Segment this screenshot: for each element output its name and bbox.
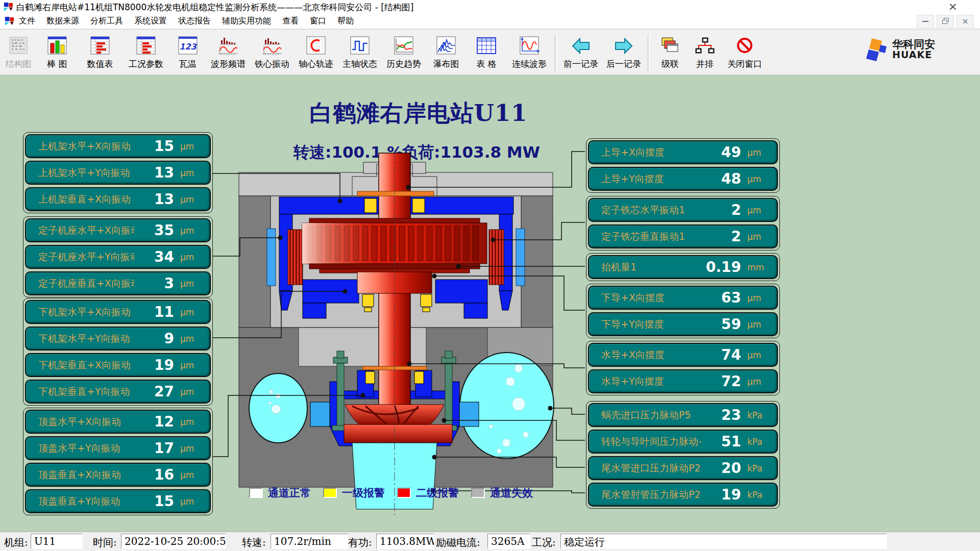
main-shaft — [379, 153, 410, 439]
core-vibration-icon — [261, 34, 283, 58]
toolbar-button-data-table[interactable]: 表 格 — [467, 34, 506, 70]
toolbar-button-shaft-orbit[interactable]: 轴心轨迹 — [294, 34, 338, 70]
measurement-box[interactable]: 顶盖垂直+Y向振动15μm — [25, 489, 211, 513]
measurement-value: 48 — [701, 170, 741, 187]
toolbar-button-shaft-status[interactable]: 主轴状态 — [338, 34, 382, 70]
measurement-box[interactable]: 顶盖水平+X向振动12μm — [25, 410, 211, 434]
toolbar-button-waveform-spectrum[interactable]: 波形频谱 — [206, 34, 250, 70]
toolbar-button-cascade-windows[interactable]: 级联 — [652, 34, 688, 70]
window-close-icon[interactable]: × — [948, 0, 958, 13]
menu-data-source[interactable]: 数据来源 — [46, 16, 79, 27]
excitation-current-label: 励磁电流: — [436, 536, 480, 549]
menu-window[interactable]: 窗口 — [310, 16, 326, 27]
toolbar-label: 瓦温 — [179, 58, 197, 70]
toolbar-button-previous-record[interactable]: 前一记录 — [559, 34, 602, 70]
measurement-label: 下机架水平+X向振动 — [38, 306, 134, 319]
next-record-icon — [612, 34, 635, 58]
sensor-connector-lines — [212, 152, 585, 493]
measurement-box[interactable]: 下导+Y向摆度59μm — [588, 312, 778, 336]
measurement-label: 定子机座水平+X向振动 — [38, 224, 134, 237]
restore-icon[interactable] — [937, 15, 954, 28]
measurement-value: 20 — [701, 460, 741, 477]
toolbar-button-next-record[interactable]: 后一记录 — [602, 34, 645, 70]
generator-section — [239, 162, 553, 328]
minimize-icon[interactable] — [917, 15, 934, 28]
measurement-box[interactable]: 水导+X向摆度74μm — [588, 343, 778, 367]
measurement-unit: μm — [174, 279, 204, 289]
toolbar-button-numeric-table[interactable]: 数值表 — [78, 34, 122, 70]
toolbar-button-condition-params[interactable]: 工况参数 — [122, 34, 169, 70]
measurement-box[interactable]: 上机架水平+X向振动15μm — [25, 134, 211, 158]
measurement-box[interactable]: 下机架垂直+Y向振动27μm — [25, 380, 211, 404]
measurement-label: 下导+X向摆度 — [601, 291, 701, 305]
unit-value: U11 — [31, 534, 83, 549]
toolbar-label: 棒 图 — [47, 58, 67, 70]
measurement-box[interactable]: 顶盖垂直+X向振动16μm — [25, 463, 211, 487]
measurement-unit: μm — [741, 293, 771, 303]
measurement-box[interactable]: 尾水管进口压力脉动P2320kPa — [588, 456, 778, 480]
measurement-box[interactable]: 尾水管肘管压力脉动P2819kPa — [588, 483, 778, 507]
measurement-box[interactable]: 下机架水平+Y向振动9μm — [25, 327, 211, 350]
measurement-box[interactable]: 定子铁芯垂直振动12μm — [588, 224, 778, 248]
measurement-box[interactable]: 上机架水平+Y向振动13μm — [25, 161, 211, 185]
menu-file[interactable]: 文件 — [19, 16, 35, 27]
measurement-unit: kPa — [741, 410, 771, 420]
measurement-value: 19 — [134, 357, 174, 373]
measurement-box[interactable]: 水导+Y向摆度72μm — [588, 369, 778, 393]
measurement-box[interactable]: 抬机量10.19mm — [588, 255, 778, 279]
measurement-box[interactable]: 上机架垂直+X向振动13μm — [25, 187, 211, 211]
measurement-unit: μm — [174, 307, 204, 317]
toolbar-separator — [648, 35, 650, 72]
toolbar-label: 结构图 — [6, 58, 32, 70]
measurement-box[interactable]: 定子铁芯水平振动12μm — [588, 198, 778, 222]
measurement-label: 蜗壳进口压力脉动P5 — [601, 409, 701, 422]
measurement-box[interactable]: 上导+X向摆度49μm — [588, 140, 778, 164]
toolbar-button-bar-chart[interactable]: 棒 图 — [37, 34, 78, 70]
measurement-box[interactable]: 下导+X向摆度63μm — [588, 286, 778, 310]
menu-system-settings[interactable]: 系统设置 — [134, 16, 167, 27]
measurement-unit: μm — [174, 360, 204, 370]
toolbar-button-waterfall-plot[interactable]: 瀑布图 — [426, 34, 467, 70]
measurement-value: 13 — [134, 164, 174, 181]
measurement-box[interactable]: 转轮与导叶间压力脉动+X51kPa — [588, 430, 778, 454]
measurement-value: 34 — [134, 248, 174, 265]
lower-guide-runout-group: 下导+X向摆度63μm 下导+Y向摆度59μm — [586, 284, 780, 338]
legend-label: 通道正常 — [268, 486, 311, 500]
toolbar-label: 级联 — [662, 58, 679, 70]
toolbar-button-continuous-waveform[interactable]: 连续波形 — [506, 34, 552, 70]
measurement-value: 16 — [134, 466, 174, 483]
status-bar: 机组: U11 时间: 2022-10-25 20:00:57 转速: 107.… — [0, 532, 980, 551]
upper-bracket-vibration-group: 上机架水平+X向振动15μm 上机架水平+Y向振动13μm 上机架垂直+X向振动… — [23, 132, 213, 213]
measurement-unit: μm — [174, 387, 204, 397]
toolbar-label: 轴心轨迹 — [299, 58, 333, 70]
measurement-label: 定子铁芯垂直振动1 — [601, 230, 701, 243]
close-icon[interactable]: × — [957, 15, 974, 28]
brand-name-cn: 华科同安 — [892, 39, 935, 50]
toolbar-button-pad-temperature[interactable]: 123 瓦温 — [169, 34, 206, 70]
measurement-value: 17 — [134, 440, 174, 457]
toolbar-button-core-vibration[interactable]: 铁心振动 — [250, 34, 294, 70]
measurement-box[interactable]: 下机架水平+X向振动11μm — [25, 300, 211, 324]
measurement-box[interactable]: 定子机座垂直+X向振动3μm — [25, 271, 211, 295]
menu-status-report[interactable]: 状态报告 — [178, 16, 211, 27]
measurement-box[interactable]: 蜗壳进口压力脉动P523kPa — [588, 403, 778, 427]
menu-analysis-tools[interactable]: 分析工具 — [90, 16, 123, 27]
toolbar-button-tile-windows[interactable]: 并排 — [688, 34, 722, 70]
measurement-box[interactable]: 下机架垂直+X向振动19μm — [25, 353, 211, 377]
bar-chart-icon — [46, 34, 68, 58]
toolbar-button-history-trend[interactable]: 历史趋势 — [382, 34, 426, 70]
measurement-box[interactable]: 定子机座水平+Y向振动34μm — [25, 245, 211, 269]
measurement-label: 水导+X向摆度 — [601, 348, 701, 362]
menu-help[interactable]: 帮助 — [337, 16, 354, 27]
measurement-value: 19 — [701, 486, 741, 503]
operating-condition-value: 稳定运行 — [560, 534, 887, 549]
toolbar-button-structure-diagram[interactable]: 结构图 — [0, 34, 37, 70]
measurement-box[interactable]: 定子机座水平+X向振动35μm — [25, 218, 211, 242]
menu-aux-functions[interactable]: 辅助实用功能 — [222, 16, 271, 27]
toolbar-button-close-window[interactable]: 关闭窗口 — [722, 34, 768, 70]
excitation-current-value: 3265A — [487, 534, 530, 549]
measurement-box[interactable]: 上导+Y向摆度48μm — [588, 167, 778, 191]
menu-view[interactable]: 查看 — [282, 16, 299, 27]
measurement-box[interactable]: 顶盖水平+Y向振动17μm — [25, 436, 211, 460]
document-icon — [5, 16, 14, 26]
